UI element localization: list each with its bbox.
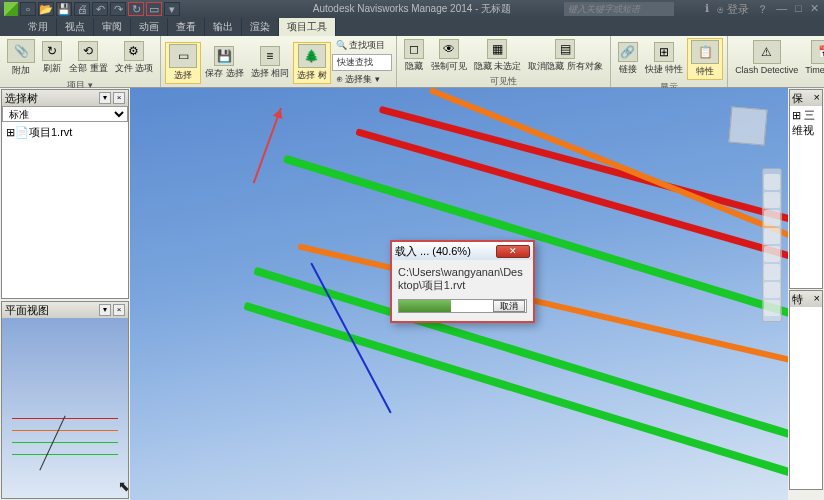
file-options-button[interactable]: ⚙文件 选项 — [112, 40, 157, 76]
properties-panel[interactable]: 特性× — [789, 290, 823, 490]
qat-redo-icon[interactable]: ↷ — [110, 2, 126, 16]
nav-fly-icon[interactable] — [764, 282, 780, 298]
progress-bar: 取消 — [398, 299, 527, 313]
panel-pin-icon[interactable]: ▾ — [99, 304, 111, 316]
maximize-button[interactable]: □ — [792, 2, 805, 17]
tab-viewpoint[interactable]: 视点 — [57, 18, 94, 36]
help-search-input[interactable]: 键入关键字或短语 — [564, 2, 674, 16]
panel-close-icon[interactable]: × — [113, 304, 125, 316]
selection-sets-button[interactable]: ⊕ 选择集 ▾ — [332, 72, 392, 87]
viewcube[interactable] — [728, 106, 767, 145]
tab-animation[interactable]: 动画 — [131, 18, 168, 36]
qat-undo-icon[interactable]: ↶ — [92, 2, 108, 16]
nav-walk-icon[interactable] — [764, 264, 780, 280]
info-icon[interactable]: ℹ — [702, 2, 712, 17]
unhide-all-button[interactable]: ▤取消隐藏 所有对象 — [525, 38, 606, 74]
hide-icon: ◻ — [404, 39, 424, 59]
minimize-button[interactable]: — — [773, 2, 790, 17]
signin-button[interactable]: ⍟ 登录 — [714, 2, 752, 17]
nav-pan-icon[interactable] — [764, 192, 780, 208]
select-icon: ▭ — [169, 44, 197, 68]
save-select-icon: 💾 — [214, 46, 234, 66]
nav-wheel-icon[interactable] — [764, 174, 780, 190]
quick-access-toolbar: ▫ 📂 💾 🖨 ↶ ↷ ↻ ▭ ▾ — [0, 2, 184, 16]
tab-output[interactable]: 输出 — [205, 18, 242, 36]
properties-button[interactable]: 📋特性 — [687, 38, 723, 80]
tree-mode-select[interactable]: 标准 — [2, 106, 128, 122]
select-same-button[interactable]: ≡选择 相同 — [248, 45, 293, 81]
find-items-button[interactable]: 🔍 查找项目 — [332, 38, 392, 53]
tab-home[interactable]: 常用 — [20, 18, 57, 36]
select-tree-button[interactable]: 🌲选择 树 — [293, 42, 331, 84]
dialog-file-path: C:\Users\wangyanan\Desktop\项目1.rvt — [398, 266, 527, 293]
qat-dropdown-icon[interactable]: ▾ — [164, 2, 180, 16]
qat-save-icon[interactable]: 💾 — [56, 2, 72, 16]
list-item[interactable]: ⊞ 三维视 — [792, 108, 820, 138]
nav-camera-icon[interactable] — [764, 300, 780, 316]
window-controls: ℹ ⍟ 登录 ？ — □ ✕ — [702, 2, 822, 17]
help-icon[interactable]: ？ — [754, 2, 771, 17]
model-line — [243, 302, 788, 500]
tree-item[interactable]: ⊞📄项目1.rvt — [4, 124, 126, 141]
save-select-button[interactable]: 💾保存 选择 — [202, 45, 247, 81]
hide-unsel-icon: ▦ — [487, 39, 507, 59]
qat-print-icon[interactable]: 🖨 — [74, 2, 90, 16]
qat-refresh-icon[interactable]: ↻ — [128, 2, 144, 16]
loading-dialog: 载入 ... (40.6%) ✕ C:\Users\wangyanan\Desk… — [390, 240, 535, 323]
left-sidebar: 选择树 ▾ × 标准 ⊞📄项目1.rvt 平面视图 ▾ × — [0, 88, 130, 500]
tab-view[interactable]: 查看 — [168, 18, 205, 36]
annotation-arrow — [253, 108, 282, 184]
properties-content — [790, 307, 822, 489]
progress-fill — [399, 300, 451, 312]
ribbon-group-visibility: ◻隐藏 👁强制可见 ▦隐藏 未选定 ▤取消隐藏 所有对象 可见性 — [397, 36, 611, 87]
qat-new-icon[interactable]: ▫ — [20, 2, 36, 16]
cursor-icon: ⬉ — [118, 478, 130, 494]
quick-props-button[interactable]: ⊞快捷 特性 — [642, 41, 687, 77]
select-button[interactable]: ▭选择 — [165, 42, 201, 84]
tab-item-tools[interactable]: 项目工具 — [279, 18, 336, 36]
saved-viewpoints-panel[interactable]: 保存的视点× ⊞ 三维视 — [789, 89, 823, 289]
nav-look-icon[interactable] — [764, 246, 780, 262]
close-button[interactable]: ✕ — [807, 2, 822, 17]
titlebar: ▫ 📂 💾 🖨 ↶ ↷ ↻ ▭ ▾ Autodesk Navisworks Ma… — [0, 0, 824, 18]
ribbon-group-display: 🔗链接 ⊞快捷 特性 📋特性 显示 — [611, 36, 729, 87]
quick-find-input[interactable]: 快速查找 — [332, 54, 392, 71]
qat-open-icon[interactable]: 📂 — [38, 2, 54, 16]
link-icon: 🔗 — [618, 42, 638, 62]
tree-content[interactable]: ⊞📄项目1.rvt — [2, 122, 128, 298]
nav-zoom-icon[interactable] — [764, 210, 780, 226]
qat-select-icon[interactable]: ▭ — [146, 2, 162, 16]
dialog-close-button[interactable]: ✕ — [496, 245, 530, 258]
panel-title: 选择树 — [5, 91, 38, 106]
clash-icon: ⚠ — [753, 40, 781, 64]
plan-view-viewport[interactable] — [2, 318, 128, 498]
attach-icon: 📎 — [7, 39, 35, 63]
panel-close-icon[interactable]: × — [814, 292, 820, 306]
panel-close-icon[interactable]: × — [814, 91, 820, 105]
nav-orbit-icon[interactable] — [764, 228, 780, 244]
attach-button[interactable]: 📎附加 — [4, 38, 38, 78]
panel-close-icon[interactable]: × — [113, 92, 125, 104]
panel-pin-icon[interactable]: ▾ — [99, 92, 111, 104]
options-icon: ⚙ — [124, 41, 144, 61]
reset-all-button[interactable]: ⟲全部 重置 — [66, 40, 111, 76]
hide-button[interactable]: ◻隐藏 — [401, 38, 427, 74]
selection-tree-panel: 选择树 ▾ × 标准 ⊞📄项目1.rvt — [1, 89, 129, 299]
navigation-bar — [762, 168, 782, 322]
timeliner-button[interactable]: 📅TimeLiner — [802, 39, 824, 76]
saved-views-list[interactable]: ⊞ 三维视 — [790, 106, 822, 288]
properties-icon: 📋 — [691, 40, 719, 64]
tab-review[interactable]: 审阅 — [94, 18, 131, 36]
require-button[interactable]: 👁强制可见 — [428, 38, 470, 74]
app-logo[interactable] — [4, 2, 18, 16]
hide-unselected-button[interactable]: ▦隐藏 未选定 — [471, 38, 525, 74]
right-sidebar: 保存的视点× ⊞ 三维视 特性× — [788, 88, 824, 500]
timeliner-icon: 📅 — [811, 40, 824, 64]
tab-render[interactable]: 渲染 — [242, 18, 279, 36]
ribbon: 📎附加 ↻刷新 ⟲全部 重置 ⚙文件 选项 项目 ▾ ▭选择 💾保存 选择 ≡选… — [0, 36, 824, 88]
cancel-button[interactable]: 取消 — [493, 300, 525, 312]
refresh-button[interactable]: ↻刷新 — [39, 40, 65, 76]
clash-button[interactable]: ⚠Clash Detective — [732, 39, 801, 76]
links-button[interactable]: 🔗链接 — [615, 41, 641, 77]
quickprops-icon: ⊞ — [654, 42, 674, 62]
